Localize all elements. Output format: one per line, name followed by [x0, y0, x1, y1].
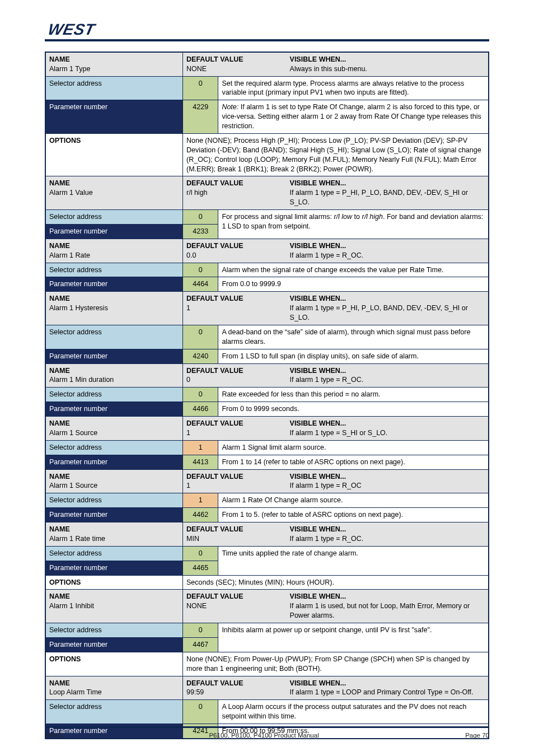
footer-doc-id: 59551: [45, 731, 63, 740]
parameter-number-label: Parameter number: [45, 349, 183, 363]
parameter-number-value: 4229: [183, 100, 218, 134]
parameter-number-label: Parameter number: [45, 277, 183, 292]
param-description-2: Note: If alarm 1 is set to type Rate Of …: [218, 100, 489, 134]
selector-address-value: 0: [183, 388, 218, 402]
parameter-number-value: 4240: [183, 349, 218, 363]
selector-address-value: 0: [183, 546, 218, 561]
parameter-number-label: Parameter number: [45, 100, 183, 134]
selector-address-value: 0: [183, 76, 218, 100]
param-description-2: From 0.0 to 9999.9: [218, 277, 489, 292]
param-meta-cell: DEFAULT VALUE1 VISIBLE WHEN...If alarm 1…: [183, 469, 489, 493]
param-name-cell: NAMEAlarm 1 Inhibit: [45, 590, 183, 623]
options-label: OPTIONS: [45, 133, 183, 176]
parameter-number-label: Parameter number: [45, 455, 183, 469]
options-list: Seconds (SEC); Minutes (MIN); Hours (HOU…: [183, 575, 489, 590]
logo: WEST: [46, 19, 97, 41]
param-description: Rate exceeded for less than this period …: [218, 388, 489, 402]
selector-address-value: 0: [183, 700, 218, 724]
param-description: Alarm 1 Signal limit alarm source.: [218, 440, 489, 455]
parameter-number-value: 4233: [183, 224, 218, 239]
parameter-number-value: 4466: [183, 402, 218, 417]
parameter-table: NAMEAlarm 1 Type DEFAULT VALUENONE VISIB…: [45, 52, 489, 739]
selector-address-label: Selector address: [45, 388, 183, 402]
param-meta-cell: DEFAULT VALUEMIN VISIBLE WHEN...If alarm…: [183, 522, 489, 547]
options-list: None (NONE); From Power-Up (PWUP); From …: [183, 652, 489, 676]
selector-address-label: Selector address: [45, 76, 183, 100]
selector-address-label: Selector address: [45, 325, 183, 349]
parameter-number-value: 4413: [183, 455, 218, 469]
param-meta-cell: DEFAULT VALUE1 VISIBLE WHEN...If alarm 1…: [183, 292, 489, 325]
param-description-2: From 1 to 14 (refer to table of ASRC opt…: [218, 455, 489, 469]
options-label: OPTIONS: [45, 575, 183, 590]
param-description: A dead-band on the “safe” side of alarm)…: [218, 325, 489, 349]
selector-address-value: 1: [183, 493, 218, 508]
selector-address-label: Selector address: [45, 700, 183, 724]
param-meta-cell: DEFAULT VALUE99:59 VISIBLE WHEN...If ala…: [183, 676, 489, 700]
param-name-cell: NAMEAlarm 1 Min duration: [45, 363, 183, 388]
param-meta-cell: DEFAULT VALUENONE VISIBLE WHEN...Always …: [183, 52, 489, 76]
param-meta-cell: DEFAULT VALUE0 VISIBLE WHEN...If alarm 1…: [183, 363, 489, 388]
selector-address-value: 0: [183, 210, 218, 225]
param-description: Inhibits alarm at power up or setpoint c…: [218, 623, 489, 652]
footer-page-number: Page 70: [465, 731, 489, 740]
param-description: Alarm when the signal rate of change exc…: [218, 263, 489, 277]
parameter-number-label: Parameter number: [45, 224, 183, 239]
page-footer: 59551 P6100, P8100, P4100 Product Manual…: [45, 726, 489, 740]
parameter-number-value: 4467: [183, 637, 218, 652]
param-name-cell: NAMEAlarm 1 Type: [45, 52, 183, 76]
param-name-cell: NAMEAlarm 1 Hysteresis: [45, 292, 183, 325]
selector-address-label: Selector address: [45, 263, 183, 277]
param-description: For process and signal limit alarms: r/l…: [218, 210, 489, 239]
footer-title: P6100, P8100, P4100 Product Manual: [209, 731, 318, 740]
param-meta-cell: DEFAULT VALUEr/l high VISIBLE WHEN...If …: [183, 176, 489, 210]
param-meta-cell: DEFAULT VALUENONE VISIBLE WHEN...If alar…: [183, 590, 489, 623]
selector-address-label: Selector address: [45, 546, 183, 561]
param-name-cell: NAMEAlarm 1 Value: [45, 176, 183, 210]
selector-address-label: Selector address: [45, 623, 183, 638]
selector-address-value: 0: [183, 623, 218, 638]
param-name-cell: NAMEAlarm 1 Source: [45, 469, 183, 493]
selector-address-value: 0: [183, 263, 218, 277]
param-description: A Loop Alarm occurs if the process outpu…: [218, 700, 489, 724]
parameter-number-label: Parameter number: [45, 508, 183, 522]
param-name-cell: NAMEAlarm 1 Rate time: [45, 522, 183, 547]
parameter-number-label: Parameter number: [45, 561, 183, 575]
options-label: OPTIONS: [45, 652, 183, 676]
param-description: Time units applied the rate of change al…: [218, 546, 489, 575]
param-description-2: From 1 to 5. (refer to table of ASRC opt…: [218, 508, 489, 522]
selector-address-label: Selector address: [45, 440, 183, 455]
parameter-number-label: Parameter number: [45, 637, 183, 652]
param-meta-cell: DEFAULT VALUE1 VISIBLE WHEN...If alarm 1…: [183, 417, 489, 441]
parameter-number-label: Parameter number: [45, 402, 183, 417]
param-description: Set the required alarm type. Process ala…: [218, 76, 489, 100]
param-name-cell: NAMEAlarm 1 Rate: [45, 239, 183, 263]
param-description-2: From 0 to 9999 seconds.: [218, 402, 489, 417]
param-description-2: From 1 LSD to full span (in display unit…: [218, 349, 489, 363]
param-description: Alarm 1 Rate Of Change alarm source.: [218, 493, 489, 508]
selector-address-label: Selector address: [45, 210, 183, 225]
selector-address-value: 1: [183, 440, 218, 455]
parameter-number-value: 4462: [183, 508, 218, 522]
options-list: None (NONE); Process High (P_HI); Proces…: [183, 133, 489, 176]
selector-address-label: Selector address: [45, 493, 183, 508]
param-name-cell: NAMELoop Alarm Time: [45, 676, 183, 700]
parameter-number-value: 4465: [183, 561, 218, 575]
param-meta-cell: DEFAULT VALUE0.0 VISIBLE WHEN...If alarm…: [183, 239, 489, 263]
selector-address-value: 0: [183, 325, 218, 349]
param-name-cell: NAMEAlarm 1 Source: [45, 417, 183, 441]
parameter-number-value: 4464: [183, 277, 218, 292]
